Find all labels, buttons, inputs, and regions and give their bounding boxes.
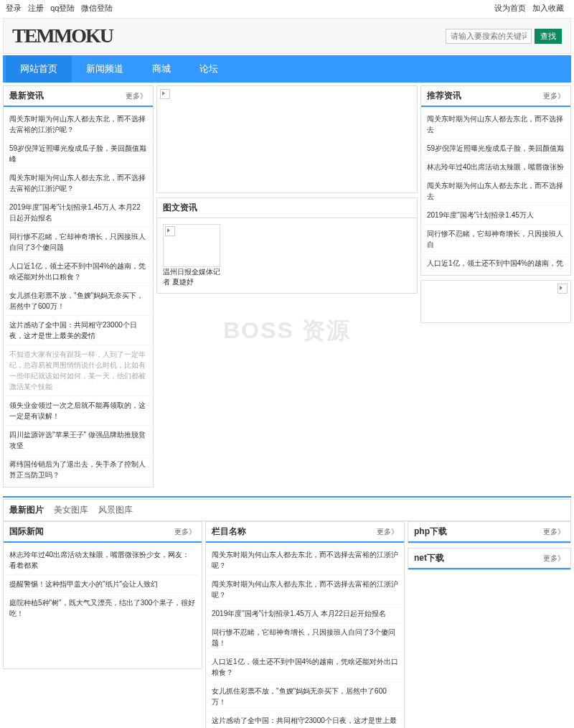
imgtext-panel: 图文资讯 温州日报全媒体记者 夏婕妤 bbox=[156, 197, 418, 294]
latest-news-list: 闯关东时期为何山东人都去东北，而不选择去富裕的江浙沪呢？ 59岁倪萍近照曝光瘦成… bbox=[4, 107, 153, 487]
thumb-image bbox=[163, 224, 220, 267]
wechat-login-link[interactable]: 微信登陆 bbox=[81, 4, 113, 12]
latest-news-title: 最新资讯 bbox=[9, 90, 44, 102]
latest-news-more[interactable]: 更多》 bbox=[126, 91, 147, 101]
intl-col: 国际新闻 更多》 林志玲年过40出席活动太辣眼，嘴唇微张扮少女，网友：看着都累 … bbox=[3, 521, 202, 728]
latest-news-panel: 最新资讯 更多》 闯关东时期为何山东人都去东北，而不选择去富裕的江浙沪呢？ 59… bbox=[3, 85, 154, 487]
net-head: net下载 更多》 bbox=[408, 549, 570, 569]
latest-news-head: 最新资讯 更多》 bbox=[4, 86, 153, 107]
list-item[interactable]: 提醒警惕！这种指甲盖大小的"纸片"会让人致幻 bbox=[6, 575, 199, 594]
net-more[interactable]: 更多》 bbox=[543, 554, 565, 564]
main-row: 最新资讯 更多》 闯关东时期为何山东人都去东北，而不选择去富裕的江浙沪呢？ 59… bbox=[0, 83, 574, 495]
list-item[interactable]: 庭院种植5种"树"，既大气又漂亮，结出了300个果子，很好吃！ bbox=[6, 594, 199, 622]
list-item[interactable]: 林志玲年过40出席活动太辣眼，嘴唇微张扮 bbox=[424, 158, 568, 177]
search-input[interactable] bbox=[446, 29, 532, 44]
nav-news[interactable]: 新闻频道 bbox=[72, 55, 138, 83]
list-item[interactable]: 人口近1亿，领土还不到中国4%的越南，凭啥还能对外出口粮食？ bbox=[209, 653, 401, 682]
login-link[interactable]: 登录 bbox=[6, 4, 22, 12]
list-item[interactable]: 2019年度"国考"计划招录1.45万人 bbox=[424, 206, 568, 225]
main-nav: 网站首页 新闻频道 商城 论坛 bbox=[3, 55, 571, 83]
list-item[interactable]: 蒋纬国传销后为了退出去，失手杀了控制人算正当防卫吗？ bbox=[6, 455, 150, 484]
add-favorite-link[interactable]: 加入收藏 bbox=[532, 4, 564, 12]
list-item[interactable]: 2019年度"国考"计划招录1.45万人 本月22日起开始报名 bbox=[209, 605, 401, 623]
top-bar: 登录 注册 qq登陆 微信登陆 设为首页 加入收藏 bbox=[0, 0, 574, 17]
image-tabs: 最新图片 美女图库 风景图库 bbox=[3, 499, 571, 521]
intl-title: 国际新闻 bbox=[9, 526, 44, 538]
col-right: 推荐资讯 更多》 闯关东时期为何山东人都去东北，而不选择去 59岁倪萍近照曝光瘦… bbox=[420, 85, 571, 492]
tab-scenery[interactable]: 风景图库 bbox=[98, 504, 133, 516]
net-panel: net下载 更多》 bbox=[408, 548, 571, 570]
list-item[interactable]: 这片感动了全中国：共同相守23000个日夜，这才是世上最美的爱情 bbox=[209, 711, 401, 728]
search-button[interactable]: 查找 bbox=[535, 29, 562, 44]
list-item[interactable]: 同行惨不忍睹，它却神奇增长，只因接班人自问了3个傻问题！ bbox=[209, 623, 401, 653]
php-panel: php下载 更多》 bbox=[408, 521, 571, 543]
register-link[interactable]: 注册 bbox=[28, 4, 44, 12]
list-item[interactable]: 女儿抓住彩票不放，"鱼嫂"妈妈无奈买下，居然中了600万！ bbox=[6, 286, 150, 316]
nav-forum[interactable]: 论坛 bbox=[185, 55, 232, 83]
imgtext-title: 图文资讯 bbox=[163, 202, 197, 214]
list-item[interactable]: 2019年度"国考"计划招录1.45万人 本月22日起开始报名 bbox=[6, 198, 150, 228]
search-box: 查找 bbox=[446, 29, 562, 44]
imgtext-head: 图文资讯 bbox=[157, 198, 417, 218]
site-logo[interactable]: TEMMOKU bbox=[12, 24, 113, 47]
row2: 国际新闻 更多》 林志玲年过40出席活动太辣眼，嘴唇微张扮少女，网友：看着都累 … bbox=[0, 521, 574, 728]
imgtext-body: 温州日报全媒体记者 夏婕妤 bbox=[157, 218, 417, 293]
intl-panel: 国际新闻 更多》 林志玲年过40出席活动太辣眼，嘴唇微张扮少女，网友：看着都累 … bbox=[3, 521, 202, 669]
top-right: 设为首页 加入收藏 bbox=[494, 3, 568, 14]
list-item[interactable]: 林志玲年过40出席活动太辣眼，嘴唇微张扮少女，网友：看着都累 bbox=[6, 546, 199, 575]
php-title: php下载 bbox=[414, 526, 447, 538]
list-item[interactable]: 人口近1亿，领土还不到中国4%的越南，凭 bbox=[424, 254, 568, 272]
side-image bbox=[420, 280, 571, 323]
list-item[interactable]: 闯关东时期为何山东人都去东北，而不选择去 bbox=[424, 110, 568, 139]
list-item[interactable]: 四川盐源评选"苹果王子" 做强品牌助推脱贫攻坚 bbox=[6, 426, 150, 455]
thumb-caption: 温州日报全媒体记者 夏婕妤 bbox=[163, 267, 220, 287]
divider bbox=[3, 496, 571, 498]
nav-mall[interactable]: 商城 bbox=[138, 55, 185, 83]
nav-home[interactable]: 网站首页 bbox=[6, 55, 72, 83]
list-item[interactable]: 闯关东时期为何山东人都去东北，而不选择去富裕的江浙沪呢？ bbox=[6, 110, 150, 139]
broken-image-icon bbox=[557, 284, 568, 294]
intl-head: 国际新闻 更多》 bbox=[4, 522, 202, 543]
list-item[interactable]: 闯关东时期为何山东人都去东北，而不选择去富裕的江浙沪呢？ bbox=[209, 546, 401, 575]
tab-beauty[interactable]: 美女图库 bbox=[54, 504, 88, 516]
colname-panel: 栏目名称 更多》 闯关东时期为何山东人都去东北，而不选择去富裕的江浙沪呢？ 闯关… bbox=[205, 521, 405, 728]
recommend-panel: 推荐资讯 更多》 闯关东时期为何山东人都去东北，而不选择去 59岁倪萍近照曝光瘦… bbox=[420, 85, 571, 276]
net-title: net下载 bbox=[414, 552, 444, 564]
list-item[interactable]: 59岁倪萍近照曝光瘦成瓜子脸，美回颜值巅 bbox=[424, 139, 568, 158]
intl-more[interactable]: 更多》 bbox=[174, 527, 196, 537]
thumb-item[interactable]: 温州日报全媒体记者 夏婕妤 bbox=[163, 224, 220, 287]
col-left: 最新资讯 更多》 闯关东时期为何山东人都去东北，而不选择去富裕的江浙沪呢？ 59… bbox=[3, 85, 154, 492]
hero-image bbox=[156, 85, 418, 193]
set-homepage-link[interactable]: 设为首页 bbox=[494, 4, 526, 12]
header: TEMMOKU 查找 bbox=[3, 18, 571, 54]
list-item[interactable]: 闯关东时期为何山东人都去东北，而不选择去富裕的江浙沪呢？ bbox=[6, 169, 150, 198]
colname-list: 闯关东时期为何山东人都去东北，而不选择去富裕的江浙沪呢？ 闯关东时期为何山东人都… bbox=[206, 543, 404, 728]
php-head: php下载 更多》 bbox=[408, 522, 570, 543]
colname-more[interactable]: 更多》 bbox=[377, 527, 398, 537]
list-item[interactable]: 领失业金领过一次之后就不能再领取的，这一定是有误解！ bbox=[6, 396, 150, 426]
list-item[interactable]: 闯关东时期为何山东人都去东北，而不选择去 bbox=[424, 177, 568, 206]
broken-image-icon bbox=[165, 226, 175, 236]
col-mid: 图文资讯 温州日报全媒体记者 夏婕妤 BOSS 资源 bbox=[156, 85, 418, 492]
recommend-title: 推荐资讯 bbox=[427, 90, 461, 102]
dl-col: php下载 更多》 net下载 更多》 bbox=[408, 521, 571, 728]
intl-list: 林志玲年过40出席活动太辣眼，嘴唇微张扮少女，网友：看着都累 提醒警惕！这种指甲… bbox=[4, 543, 202, 625]
list-item[interactable]: 人口近1亿，领土还不到中国4%的越南，凭啥还能对外出口粮食？ bbox=[6, 257, 150, 286]
list-item[interactable]: 这片感动了全中国：共同相守23000个日夜，这才是世上最美的爱情 bbox=[6, 316, 150, 345]
list-item[interactable]: 同行惨不忍睹，它却神奇增长，只因接班人自问了3个傻问题 bbox=[6, 228, 150, 257]
top-left: 登录 注册 qq登陆 微信登陆 bbox=[6, 3, 117, 14]
list-item-gray: 不知道大家有没有跟我一样，人到了一定年纪，总容易被周围悄悄说什么时机，比如有一些… bbox=[6, 345, 150, 396]
php-more[interactable]: 更多》 bbox=[543, 527, 565, 537]
colname-title: 栏目名称 bbox=[212, 526, 246, 538]
broken-image-icon bbox=[160, 89, 170, 99]
recommend-more[interactable]: 更多》 bbox=[543, 91, 565, 101]
tab-latest-images[interactable]: 最新图片 bbox=[9, 504, 44, 516]
colname-head: 栏目名称 更多》 bbox=[206, 522, 404, 543]
list-item[interactable]: 同行惨不忍睹，它却神奇增长，只因接班人自 bbox=[424, 225, 568, 254]
list-item[interactable]: 女儿抓住彩票不放，"鱼嫂"妈妈无奈买下，居然中了600万！ bbox=[209, 682, 401, 711]
recommend-head: 推荐资讯 更多》 bbox=[421, 86, 570, 107]
list-item[interactable]: 闯关东时期为何山东人都去东北，而不选择去富裕的江浙沪呢？ bbox=[209, 575, 401, 605]
list-item[interactable]: 59岁倪萍近照曝光瘦成瓜子脸，美回颜值巅峰 bbox=[6, 139, 150, 169]
recommend-list: 闯关东时期为何山东人都去东北，而不选择去 59岁倪萍近照曝光瘦成瓜子脸，美回颜值… bbox=[421, 107, 570, 275]
qq-login-link[interactable]: qq登陆 bbox=[50, 4, 75, 12]
